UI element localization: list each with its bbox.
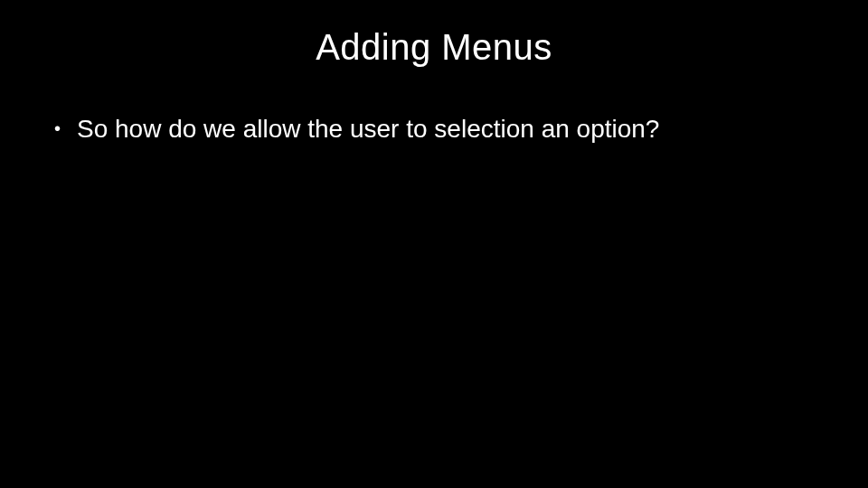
bullet-item: • So how do we allow the user to selecti… xyxy=(54,113,832,145)
bullet-text: So how do we allow the user to selection… xyxy=(77,113,832,145)
slide-content: • So how do we allow the user to selecti… xyxy=(36,113,832,145)
bullet-marker: • xyxy=(54,113,61,144)
slide-title: Adding Menus xyxy=(36,27,832,68)
slide-container: Adding Menus • So how do we allow the us… xyxy=(0,0,868,488)
